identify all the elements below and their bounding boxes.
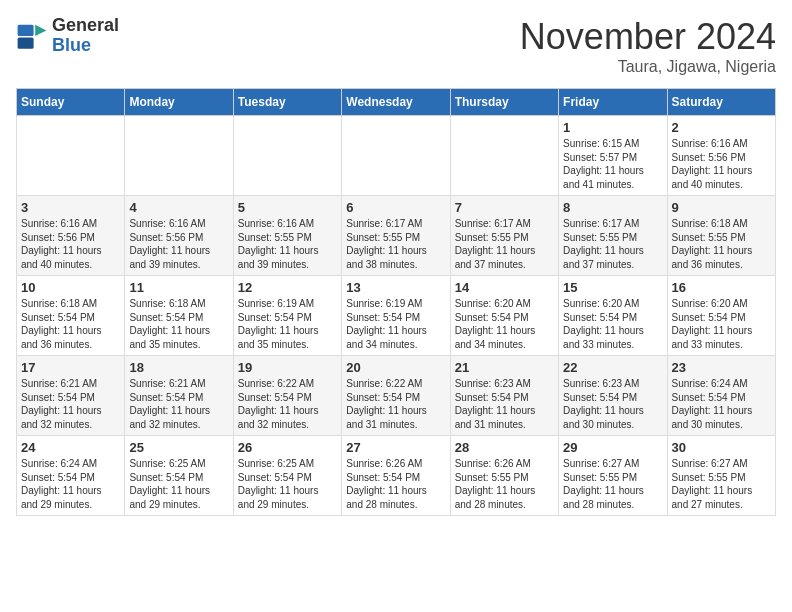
col-tuesday: Tuesday — [233, 89, 341, 116]
calendar-cell: 22Sunrise: 6:23 AM Sunset: 5:54 PM Dayli… — [559, 356, 667, 436]
calendar-cell: 5Sunrise: 6:16 AM Sunset: 5:55 PM Daylig… — [233, 196, 341, 276]
logo-text: General Blue — [52, 16, 119, 56]
day-number: 17 — [21, 360, 120, 375]
calendar-cell: 4Sunrise: 6:16 AM Sunset: 5:56 PM Daylig… — [125, 196, 233, 276]
day-number: 20 — [346, 360, 445, 375]
day-info: Sunrise: 6:23 AM Sunset: 5:54 PM Dayligh… — [563, 377, 662, 431]
col-saturday: Saturday — [667, 89, 775, 116]
day-info: Sunrise: 6:15 AM Sunset: 5:57 PM Dayligh… — [563, 137, 662, 191]
week-row-5: 24Sunrise: 6:24 AM Sunset: 5:54 PM Dayli… — [17, 436, 776, 516]
calendar-cell: 30Sunrise: 6:27 AM Sunset: 5:55 PM Dayli… — [667, 436, 775, 516]
day-info: Sunrise: 6:23 AM Sunset: 5:54 PM Dayligh… — [455, 377, 554, 431]
day-number: 8 — [563, 200, 662, 215]
day-info: Sunrise: 6:24 AM Sunset: 5:54 PM Dayligh… — [21, 457, 120, 511]
day-number: 7 — [455, 200, 554, 215]
calendar-table: Sunday Monday Tuesday Wednesday Thursday… — [16, 88, 776, 516]
day-info: Sunrise: 6:16 AM Sunset: 5:56 PM Dayligh… — [672, 137, 771, 191]
day-info: Sunrise: 6:17 AM Sunset: 5:55 PM Dayligh… — [455, 217, 554, 271]
day-info: Sunrise: 6:25 AM Sunset: 5:54 PM Dayligh… — [129, 457, 228, 511]
day-info: Sunrise: 6:22 AM Sunset: 5:54 PM Dayligh… — [238, 377, 337, 431]
calendar-cell: 16Sunrise: 6:20 AM Sunset: 5:54 PM Dayli… — [667, 276, 775, 356]
day-info: Sunrise: 6:22 AM Sunset: 5:54 PM Dayligh… — [346, 377, 445, 431]
calendar-cell: 26Sunrise: 6:25 AM Sunset: 5:54 PM Dayli… — [233, 436, 341, 516]
day-number: 22 — [563, 360, 662, 375]
day-number: 23 — [672, 360, 771, 375]
col-friday: Friday — [559, 89, 667, 116]
day-info: Sunrise: 6:25 AM Sunset: 5:54 PM Dayligh… — [238, 457, 337, 511]
day-info: Sunrise: 6:21 AM Sunset: 5:54 PM Dayligh… — [21, 377, 120, 431]
calendar-cell: 19Sunrise: 6:22 AM Sunset: 5:54 PM Dayli… — [233, 356, 341, 436]
day-info: Sunrise: 6:20 AM Sunset: 5:54 PM Dayligh… — [455, 297, 554, 351]
day-number: 27 — [346, 440, 445, 455]
day-info: Sunrise: 6:20 AM Sunset: 5:54 PM Dayligh… — [563, 297, 662, 351]
day-number: 6 — [346, 200, 445, 215]
day-number: 24 — [21, 440, 120, 455]
svg-marker-2 — [35, 25, 46, 36]
day-number: 10 — [21, 280, 120, 295]
day-number: 14 — [455, 280, 554, 295]
day-number: 9 — [672, 200, 771, 215]
calendar-cell: 12Sunrise: 6:19 AM Sunset: 5:54 PM Dayli… — [233, 276, 341, 356]
calendar-cell: 9Sunrise: 6:18 AM Sunset: 5:55 PM Daylig… — [667, 196, 775, 276]
calendar-header-row: Sunday Monday Tuesday Wednesday Thursday… — [17, 89, 776, 116]
day-number: 3 — [21, 200, 120, 215]
day-number: 25 — [129, 440, 228, 455]
day-info: Sunrise: 6:17 AM Sunset: 5:55 PM Dayligh… — [563, 217, 662, 271]
day-number: 1 — [563, 120, 662, 135]
svg-rect-0 — [18, 25, 34, 36]
day-number: 30 — [672, 440, 771, 455]
calendar-cell: 28Sunrise: 6:26 AM Sunset: 5:55 PM Dayli… — [450, 436, 558, 516]
day-number: 13 — [346, 280, 445, 295]
day-number: 29 — [563, 440, 662, 455]
calendar-cell: 15Sunrise: 6:20 AM Sunset: 5:54 PM Dayli… — [559, 276, 667, 356]
day-info: Sunrise: 6:17 AM Sunset: 5:55 PM Dayligh… — [346, 217, 445, 271]
calendar-cell: 25Sunrise: 6:25 AM Sunset: 5:54 PM Dayli… — [125, 436, 233, 516]
day-number: 28 — [455, 440, 554, 455]
page-header: General Blue November 2024 Taura, Jigawa… — [16, 16, 776, 76]
day-info: Sunrise: 6:18 AM Sunset: 5:55 PM Dayligh… — [672, 217, 771, 271]
logo-blue: Blue — [52, 36, 119, 56]
title-block: November 2024 Taura, Jigawa, Nigeria — [520, 16, 776, 76]
day-info: Sunrise: 6:27 AM Sunset: 5:55 PM Dayligh… — [563, 457, 662, 511]
calendar-cell: 10Sunrise: 6:18 AM Sunset: 5:54 PM Dayli… — [17, 276, 125, 356]
calendar-cell: 24Sunrise: 6:24 AM Sunset: 5:54 PM Dayli… — [17, 436, 125, 516]
calendar-cell — [450, 116, 558, 196]
calendar-cell: 2Sunrise: 6:16 AM Sunset: 5:56 PM Daylig… — [667, 116, 775, 196]
calendar-cell: 29Sunrise: 6:27 AM Sunset: 5:55 PM Dayli… — [559, 436, 667, 516]
day-info: Sunrise: 6:26 AM Sunset: 5:54 PM Dayligh… — [346, 457, 445, 511]
calendar-cell: 13Sunrise: 6:19 AM Sunset: 5:54 PM Dayli… — [342, 276, 450, 356]
day-info: Sunrise: 6:24 AM Sunset: 5:54 PM Dayligh… — [672, 377, 771, 431]
calendar-cell: 1Sunrise: 6:15 AM Sunset: 5:57 PM Daylig… — [559, 116, 667, 196]
day-info: Sunrise: 6:16 AM Sunset: 5:56 PM Dayligh… — [129, 217, 228, 271]
calendar-cell: 27Sunrise: 6:26 AM Sunset: 5:54 PM Dayli… — [342, 436, 450, 516]
logo-general: General — [52, 16, 119, 36]
day-number: 21 — [455, 360, 554, 375]
day-number: 15 — [563, 280, 662, 295]
calendar-cell: 23Sunrise: 6:24 AM Sunset: 5:54 PM Dayli… — [667, 356, 775, 436]
calendar-cell: 18Sunrise: 6:21 AM Sunset: 5:54 PM Dayli… — [125, 356, 233, 436]
location: Taura, Jigawa, Nigeria — [520, 58, 776, 76]
calendar-cell: 21Sunrise: 6:23 AM Sunset: 5:54 PM Dayli… — [450, 356, 558, 436]
day-number: 18 — [129, 360, 228, 375]
calendar-cell: 20Sunrise: 6:22 AM Sunset: 5:54 PM Dayli… — [342, 356, 450, 436]
day-number: 5 — [238, 200, 337, 215]
week-row-2: 3Sunrise: 6:16 AM Sunset: 5:56 PM Daylig… — [17, 196, 776, 276]
week-row-3: 10Sunrise: 6:18 AM Sunset: 5:54 PM Dayli… — [17, 276, 776, 356]
calendar-cell — [233, 116, 341, 196]
month-title: November 2024 — [520, 16, 776, 58]
day-info: Sunrise: 6:16 AM Sunset: 5:55 PM Dayligh… — [238, 217, 337, 271]
calendar-cell: 17Sunrise: 6:21 AM Sunset: 5:54 PM Dayli… — [17, 356, 125, 436]
day-info: Sunrise: 6:18 AM Sunset: 5:54 PM Dayligh… — [129, 297, 228, 351]
svg-rect-1 — [18, 37, 34, 48]
day-number: 2 — [672, 120, 771, 135]
day-number: 11 — [129, 280, 228, 295]
day-info: Sunrise: 6:16 AM Sunset: 5:56 PM Dayligh… — [21, 217, 120, 271]
calendar-cell: 14Sunrise: 6:20 AM Sunset: 5:54 PM Dayli… — [450, 276, 558, 356]
day-number: 19 — [238, 360, 337, 375]
col-thursday: Thursday — [450, 89, 558, 116]
calendar-cell: 3Sunrise: 6:16 AM Sunset: 5:56 PM Daylig… — [17, 196, 125, 276]
day-info: Sunrise: 6:27 AM Sunset: 5:55 PM Dayligh… — [672, 457, 771, 511]
logo: General Blue — [16, 16, 119, 56]
col-monday: Monday — [125, 89, 233, 116]
day-number: 12 — [238, 280, 337, 295]
